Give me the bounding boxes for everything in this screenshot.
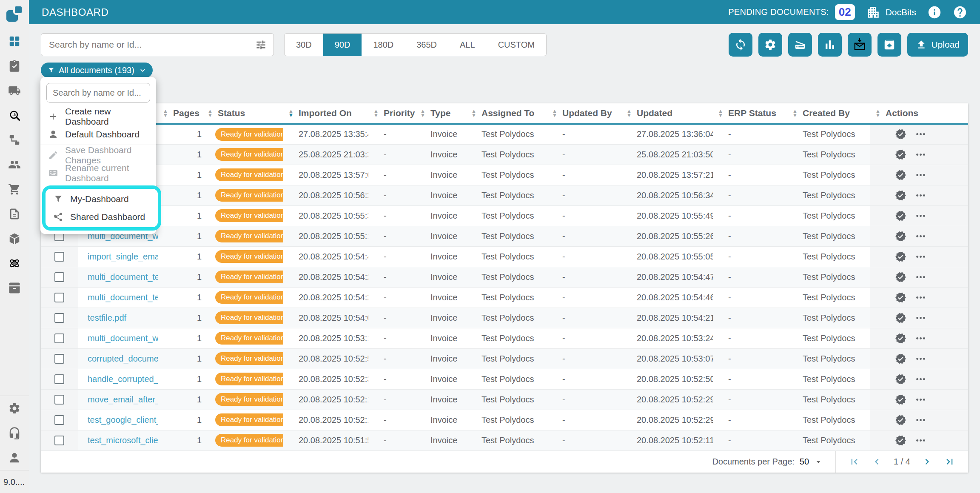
row-checkbox[interactable] [54,415,64,425]
dots-horizontal-icon[interactable] [915,271,926,283]
search-input[interactable] [48,39,255,50]
verified-icon[interactable] [895,312,906,324]
pending-documents[interactable]: PENDING DOCUMENTS: 02 [728,4,855,20]
verified-icon[interactable] [895,149,906,160]
sidebar-item-person[interactable] [0,445,29,470]
document-name-link[interactable]: test_google_client_20... [88,415,158,425]
row-checkbox[interactable] [54,272,64,282]
dots-horizontal-icon[interactable] [915,353,926,365]
column-header-inner[interactable]: ▲▼Created By [787,108,870,118]
column-header-inner[interactable]: ▲▼Pages [158,108,202,118]
document-name-link[interactable]: test_microsoft_client... [88,436,158,445]
dots-horizontal-icon[interactable] [915,394,926,405]
sidebar-item-schema[interactable] [0,128,29,152]
sidebar-item-headset[interactable] [0,421,29,445]
sidebar-item-search-stats[interactable] [0,103,29,128]
range-button-180d[interactable]: 180D [362,34,405,56]
column-header-inner[interactable]: ▲▼Assigned To [466,108,547,118]
info-icon[interactable] [927,5,942,20]
sidebar-item-invoice[interactable] [0,202,29,226]
verified-icon[interactable] [895,251,906,262]
row-checkbox[interactable] [54,333,64,343]
sidebar-item-truck[interactable] [0,78,29,103]
range-button-365d[interactable]: 365D [405,34,448,56]
sort-arrows-icon[interactable]: ▲▼ [419,109,427,117]
dots-horizontal-icon[interactable] [915,210,926,222]
column-header-inner[interactable]: ▲▼Actions [870,108,968,118]
bar-chart-button[interactable] [818,33,842,57]
sort-arrows-icon[interactable]: ▲▼ [161,109,170,117]
last-page-button[interactable] [944,456,955,467]
sidebar-item-settings[interactable] [0,396,29,421]
verified-icon[interactable] [895,231,906,242]
column-header-inner[interactable]: ▲▼Imported On [283,108,368,118]
dots-horizontal-icon[interactable] [915,190,926,201]
sort-arrows-icon[interactable]: ▲▼ [716,109,725,117]
verified-icon[interactable] [895,271,906,283]
document-name-link[interactable]: multi_document_with... [88,333,158,343]
all-documents-filter-pill[interactable]: All documents (193) [41,63,153,78]
dots-horizontal-icon[interactable] [915,231,926,242]
next-page-button[interactable] [921,456,933,467]
dropdown-item-create-new-dashboard[interactable]: Create new Dashboard [40,108,156,125]
document-name-link[interactable]: corrupted_document... [88,354,158,363]
column-header-inner[interactable]: ▲▼Updated By [547,108,621,118]
verified-icon[interactable] [895,128,906,140]
dropdown-item-default-dashboard[interactable]: Default Dashboard [40,125,156,143]
dropdown-item-shared-dashbaord[interactable]: Shared Dashbaord [46,208,158,226]
column-header-inner[interactable]: ▲▼Updated [621,108,713,118]
verified-icon[interactable] [895,292,906,303]
dots-horizontal-icon[interactable] [915,251,926,262]
sort-arrows-icon[interactable]: ▲▼ [470,109,478,117]
verified-icon[interactable] [895,394,906,405]
sort-arrows-icon[interactable]: ▲▼ [625,109,633,117]
sort-arrows-icon[interactable]: ▲▼ [206,109,214,117]
sync-button[interactable] [729,33,752,57]
dropdown-item-save-dashboard-changes[interactable]: Save Dashboard Changes [40,146,156,164]
document-name-link[interactable]: testfile.pdf [88,313,126,322]
dots-horizontal-icon[interactable] [915,149,926,160]
help-icon[interactable] [953,5,967,20]
dropdown-item-rename-current-dashboard[interactable]: Rename current Dashboard [40,164,156,182]
range-button-all[interactable]: ALL [448,34,487,56]
dots-horizontal-icon[interactable] [915,414,926,426]
organization-switcher[interactable]: DocBits [866,5,916,20]
document-name-link[interactable]: handle_corrupted_file... [88,374,158,384]
dots-horizontal-icon[interactable] [915,333,926,344]
verified-icon[interactable] [895,210,906,222]
column-header-inner[interactable]: ▲▼ERP Status [713,108,787,118]
row-checkbox[interactable] [54,374,64,384]
dots-horizontal-icon[interactable] [915,435,926,446]
sort-arrows-icon[interactable]: ▲▼ [791,109,799,117]
row-checkbox[interactable] [54,354,64,364]
sort-arrows-icon[interactable]: ▲▼ [372,109,380,117]
documents-per-page-select[interactable]: Documents per Page: 50 [712,457,835,467]
document-name-link[interactable]: import_single_email_... [88,252,158,261]
column-header-inner[interactable]: ▲▼Priority [368,108,415,118]
range-button-custom[interactable]: CUSTOM [487,34,546,56]
sidebar-item-group[interactable] [0,152,29,177]
sidebar-item-package-open[interactable] [0,226,29,251]
docbits-logo-icon[interactable] [4,3,25,24]
dots-horizontal-icon[interactable] [915,292,926,303]
dots-horizontal-icon[interactable] [915,312,926,324]
upload-button[interactable]: Upload [907,33,968,57]
settings-button[interactable] [758,33,782,57]
sidebar-item-clipboard-check[interactable] [0,54,29,78]
row-checkbox[interactable] [54,293,64,302]
column-header-inner[interactable]: ▲▼Type [415,108,466,118]
dropdown-search-input[interactable] [46,83,150,103]
row-checkbox[interactable] [54,395,64,405]
verified-icon[interactable] [895,333,906,344]
document-name-link[interactable]: move_email_after_im... [88,395,158,404]
row-checkbox[interactable] [54,252,64,262]
document-name-link[interactable]: multi_document_test... [88,293,158,302]
dots-horizontal-icon[interactable] [915,128,926,140]
sort-arrows-icon[interactable]: ▲▼ [874,109,882,117]
first-page-button[interactable] [849,456,860,467]
sidebar-item-orbit[interactable] [0,251,29,276]
tune-icon[interactable] [255,39,267,51]
range-button-90d[interactable]: 90D [323,34,362,56]
verified-icon[interactable] [895,353,906,365]
sort-arrows-icon[interactable]: ▲▼ [550,109,559,117]
